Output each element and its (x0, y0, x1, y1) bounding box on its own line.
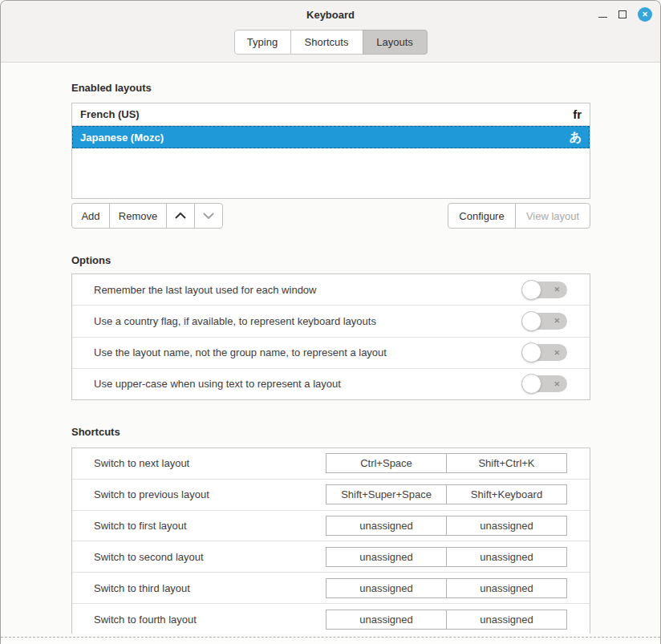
shortcuts-heading: Shortcuts (71, 427, 590, 438)
country-flag-toggle[interactable]: ✕ (522, 313, 567, 330)
chevron-up-icon (175, 213, 186, 219)
close-icon: ✕ (642, 10, 648, 18)
shortcut-row-first-layout: Switch to first layout unassigned unassi… (72, 511, 590, 542)
option-row-country-flag: Use a country flag, if available, to rep… (72, 306, 590, 337)
toggle-off-icon: ✕ (554, 349, 560, 357)
layout-row-french[interactable]: French (US) fr (72, 103, 590, 126)
toggle-knob (521, 280, 541, 300)
close-button[interactable]: ✕ (638, 7, 652, 22)
chevron-down-icon (203, 213, 214, 219)
keybinding-button[interactable]: unassigned (326, 578, 447, 598)
option-row-layout-name: Use the layout name, not the group name,… (72, 338, 590, 369)
shortcut-row-previous-layout: Switch to previous layout Shift+Super+Sp… (72, 480, 590, 511)
keybinding-button[interactable]: unassigned (446, 610, 567, 630)
keybinding-button[interactable]: Shift+Ctrl+K (446, 453, 567, 473)
shortcut-row-fourth-layout: Switch to fourth layout unassigned unass… (72, 604, 590, 634)
add-button[interactable]: Add (71, 203, 110, 229)
keybinding-button[interactable]: unassigned (446, 516, 567, 536)
view-layout-button[interactable]: View layout (515, 203, 590, 229)
window-header: Keyboard ✕ Typing Shortcuts Layouts (1, 1, 660, 63)
toggle-knob (521, 342, 541, 363)
keybinding-button[interactable]: Ctrl+Space (326, 453, 447, 473)
option-row-remember-layout: Remember the last layout used for each w… (72, 274, 590, 306)
titlebar[interactable]: Keyboard ✕ (1, 1, 660, 28)
option-label: Use upper-case when using text to repres… (94, 378, 341, 390)
shortcut-label: Switch to next layout (94, 457, 189, 469)
tab-layouts[interactable]: Layouts (363, 30, 428, 55)
keybinding-button[interactable]: unassigned (326, 547, 447, 567)
layout-indicator-ja: あ (570, 130, 582, 145)
tab-bar: Typing Shortcuts Layouts (1, 28, 660, 62)
option-row-upper-case: Use upper-case when using text to repres… (72, 369, 590, 399)
shortcut-label: Switch to fourth layout (94, 614, 197, 626)
upper-case-toggle[interactable]: ✕ (522, 375, 567, 392)
option-label: Use a country flag, if available, to rep… (94, 315, 376, 327)
option-label: Use the layout name, not the group name,… (94, 346, 387, 358)
layout-indicator-fr: fr (573, 107, 582, 121)
minimize-button[interactable] (598, 10, 607, 19)
window-title: Keyboard (1, 9, 660, 21)
toggle-off-icon: ✕ (554, 317, 560, 325)
options-list: Remember the last layout used for each w… (71, 273, 590, 400)
keybinding-button[interactable]: unassigned (326, 516, 447, 536)
keybinding-button[interactable]: unassigned (446, 578, 567, 598)
shortcut-row-third-layout: Switch to third layout unassigned unassi… (72, 573, 590, 604)
shortcut-row-second-layout: Switch to second layout unassigned unass… (72, 541, 590, 573)
window-controls: ✕ (598, 1, 652, 28)
keybinding-button[interactable]: Shift+Keyboard (446, 484, 567, 504)
enabled-layouts-heading: Enabled layouts (71, 63, 590, 94)
tab-typing[interactable]: Typing (234, 30, 291, 55)
layout-row-japanese[interactable]: Japanese (Mozc) あ (72, 126, 590, 148)
keybinding-button[interactable]: unassigned (326, 610, 447, 630)
configure-button-group: Configure View layout (448, 203, 590, 229)
layout-name-toggle[interactable]: ✕ (522, 344, 567, 361)
keybinding-button[interactable]: Shift+Super+Space (326, 484, 447, 504)
layouts-page: Enabled layouts French (US) fr Japanese … (1, 63, 660, 634)
keybinding-button[interactable]: unassigned (446, 547, 567, 567)
keyboard-settings-window: Keyboard ✕ Typing Shortcuts Layouts Enab… (0, 0, 661, 644)
shortcut-label: Switch to previous layout (94, 488, 209, 500)
layout-name: French (US) (80, 108, 140, 120)
configure-button[interactable]: Configure (448, 203, 516, 229)
shortcut-label: Switch to third layout (94, 582, 190, 594)
shortcuts-list: Switch to next layout Ctrl+Space Shift+C… (71, 448, 590, 635)
toggle-knob (521, 374, 541, 394)
shortcut-label: Switch to first layout (94, 520, 187, 532)
options-heading: Options (71, 255, 590, 266)
shortcut-row-next-layout: Switch to next layout Ctrl+Space Shift+C… (72, 448, 590, 480)
remember-layout-toggle[interactable]: ✕ (522, 281, 567, 298)
toggle-off-icon: ✕ (554, 380, 560, 388)
move-up-button[interactable] (166, 203, 195, 229)
enabled-layouts-list: French (US) fr Japanese (Mozc) あ (71, 103, 590, 199)
move-down-button[interactable] (194, 203, 223, 229)
layout-list-actions: Add Remove Configure View layout (71, 203, 590, 229)
remove-button[interactable]: Remove (109, 203, 167, 229)
toggle-knob (521, 311, 541, 331)
option-label: Remember the last layout used for each w… (94, 284, 316, 296)
scroll-boundary-dashed-line (1, 637, 660, 644)
tab-shortcuts[interactable]: Shortcuts (290, 30, 363, 55)
layout-name: Japanese (Mozc) (80, 132, 164, 144)
toggle-off-icon: ✕ (554, 286, 560, 294)
shortcut-label: Switch to second layout (94, 551, 204, 563)
edit-button-group: Add Remove (71, 203, 223, 229)
maximize-button[interactable] (618, 10, 627, 18)
